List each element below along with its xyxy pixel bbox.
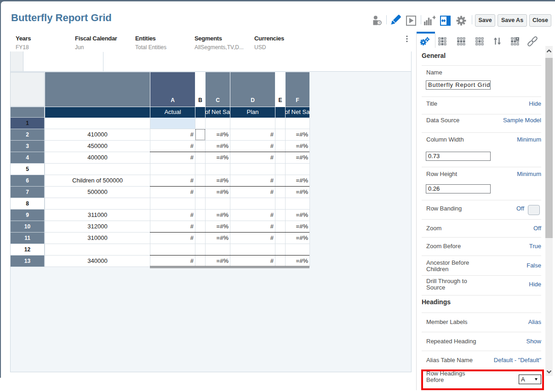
svg-text:?: ? (378, 21, 380, 25)
